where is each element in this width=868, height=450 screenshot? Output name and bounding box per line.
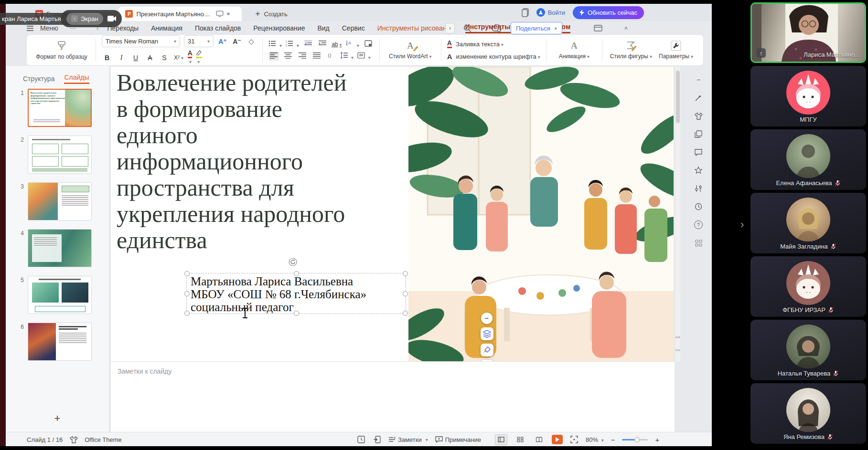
text-animation-button[interactable]: А Анимация (552, 41, 596, 60)
resize-handle[interactable] (184, 311, 190, 316)
theme-shirt-icon[interactable] (694, 112, 703, 120)
settings-sliders-icon[interactable] (694, 184, 703, 193)
font-size-select[interactable]: 31 (184, 35, 214, 47)
resize-handle[interactable] (184, 271, 190, 276)
tab-outline[interactable]: Структура (23, 75, 54, 83)
text-fill-button[interactable]: A Заливка текста (447, 40, 540, 48)
zoom-slider-thumb[interactable] (634, 437, 640, 442)
slideshow-play-button[interactable] (552, 435, 563, 444)
camera-icon[interactable] (107, 16, 116, 21)
view-reading-button[interactable] (533, 435, 545, 445)
char-spacing-button[interactable]: A (346, 40, 359, 49)
participant-tile[interactable]: Елена Афанасьева (750, 129, 866, 190)
fit-slide-icon[interactable] (570, 435, 579, 444)
numbered-list-button[interactable]: 12 (286, 40, 299, 49)
slide-title-textbox[interactable]: Вовлечение родителей в формирование един… (117, 70, 346, 253)
align-right-button[interactable] (297, 52, 308, 61)
participant-tile[interactable]: Майя Загладина (750, 193, 866, 253)
insert-textbox-button[interactable] (363, 40, 374, 49)
resize-handle[interactable] (403, 311, 408, 316)
clear-format-eraser-icon[interactable]: ◇ (246, 37, 257, 46)
underline-button[interactable]: U (130, 54, 141, 62)
tab-slides[interactable]: Слайды (64, 73, 89, 84)
slide-thumbnail-3[interactable] (28, 182, 92, 220)
cloud-sync-icon[interactable] (492, 24, 502, 32)
justify-button[interactable] (311, 52, 322, 61)
task-window-icon[interactable] (357, 435, 365, 444)
text-direction-button[interactable]: ab (332, 41, 342, 48)
tab-presentation[interactable]: P Презентация Мартьянова Ч... (118, 7, 242, 21)
mobile-device-icon[interactable] (522, 8, 529, 17)
highlight-color-button[interactable] (196, 50, 202, 65)
comment-icon[interactable] (694, 148, 703, 157)
text-outline-button[interactable]: A изменение контура шрифта (447, 52, 540, 61)
shape-styles-button[interactable]: Стили фигуры (608, 41, 654, 60)
byline-textbox[interactable]: Мартьянова Лариса Васильевна МБОУ «СОШ №… (186, 273, 406, 314)
slide-thumbnail-2[interactable] (28, 136, 92, 174)
align-left-button[interactable] (268, 52, 279, 61)
theme-shirt-icon[interactable] (69, 435, 78, 444)
theme-name[interactable]: Office Theme (85, 436, 122, 443)
format-painter-button[interactable]: Формат по образцу (33, 40, 90, 60)
more-ribbon-tabs-button[interactable]: › (445, 23, 455, 33)
menu-item-animation[interactable]: Анимация (151, 24, 182, 32)
menu-item-view[interactable]: Вид (317, 24, 329, 32)
resize-handle[interactable] (294, 311, 299, 316)
panel-collapse-chevron[interactable]: › (740, 219, 744, 231)
screen-share-indicator[interactable]: ↑ Экран (61, 10, 122, 27)
resize-handle[interactable] (403, 291, 408, 296)
apps-grid-icon[interactable] (694, 239, 703, 247)
view-slide-sorter-button[interactable] (514, 435, 526, 445)
collapse-ribbon-icon[interactable]: ˄ (624, 25, 628, 32)
star-favorites-icon[interactable] (694, 166, 703, 175)
update-now-button[interactable]: Обновить сейчас (573, 6, 644, 19)
magic-wand-icon[interactable] (694, 94, 703, 102)
align-center-button[interactable] (283, 52, 293, 61)
zoom-out-button[interactable]: − (611, 436, 615, 444)
grow-font-button[interactable]: A⁺ (217, 38, 228, 45)
text-shadow-button[interactable]: S (159, 54, 170, 62)
slide-thumbnail-1[interactable]: Вовлечение родителей в формирование един… (28, 89, 92, 127)
distribute-text-button[interactable]: ⟨⟩ (326, 52, 336, 61)
style-brush-button[interactable] (481, 344, 493, 356)
italic-button[interactable]: I (116, 54, 127, 62)
ribbon-options-icon[interactable] (594, 25, 602, 31)
text-align-vertical-button[interactable] (357, 52, 371, 61)
notes-toggle-button[interactable]: Заметки (388, 436, 428, 443)
collapse-toolbar-button[interactable]: − (481, 313, 493, 324)
slide-thumbnail-5[interactable] (28, 276, 92, 314)
decrease-indent-button[interactable] (303, 40, 313, 49)
add-slide-button[interactable]: + (54, 412, 61, 425)
sign-in-button[interactable]: Войти (536, 8, 565, 17)
wordart-styles-button[interactable]: А Стили WordArt (386, 41, 435, 60)
share-document-button[interactable]: Поделиться (511, 22, 562, 34)
superscript-button[interactable]: X² (173, 54, 184, 61)
notes-pane[interactable]: Заметки к слайду (111, 361, 675, 432)
resize-handle[interactable] (184, 291, 190, 296)
slide-thumbnail-4[interactable] (28, 229, 92, 267)
screen-share-pill[interactable]: ↑ Экран (66, 13, 103, 25)
menu-item-review[interactable]: Рецензирование (253, 24, 305, 32)
font-family-select[interactable]: Times New Roman (102, 35, 180, 47)
increase-indent-button[interactable] (317, 40, 328, 49)
font-color-button[interactable]: A (188, 50, 192, 65)
zoom-percent-button[interactable]: 80% (586, 436, 604, 443)
slide-thumbnail-6[interactable] (28, 323, 92, 361)
shrink-font-button[interactable]: A⁻ (232, 38, 242, 45)
hide-rail-icon[interactable]: − (694, 75, 703, 84)
participant-tile-presenter[interactable]: ↑ Лариса Мартьяно... (750, 2, 866, 63)
insert-comment-button[interactable]: Примечание (435, 436, 481, 443)
menu-item-drawing-tools[interactable]: Инструменты рисования (377, 24, 454, 32)
rotate-handle[interactable] (289, 258, 297, 266)
next-slide-button[interactable]: ˅˅ (674, 348, 682, 357)
menu-item-tools[interactable]: Сервис (342, 24, 365, 32)
new-tab-button[interactable]: + Создать (249, 7, 293, 21)
previous-slide-button[interactable]: ˄˄ (674, 335, 682, 344)
participant-tile[interactable]: Наталья Туварева (750, 320, 866, 380)
resize-handle[interactable] (403, 271, 408, 276)
layers-button[interactable] (481, 327, 493, 340)
bold-button[interactable]: B (102, 54, 112, 62)
bullet-list-button[interactable] (268, 40, 282, 49)
scrollbar-thumb[interactable] (676, 71, 680, 123)
zoom-slider[interactable] (622, 439, 648, 440)
